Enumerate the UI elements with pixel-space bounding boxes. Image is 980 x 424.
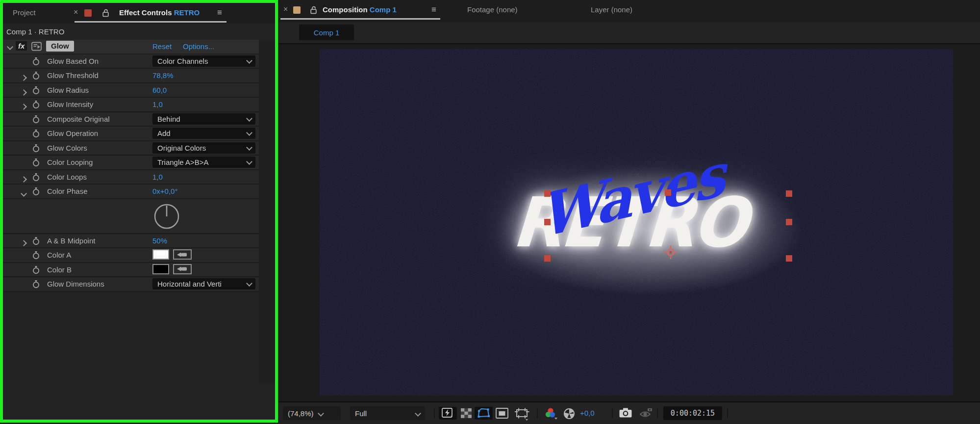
region-of-interest-button[interactable]: [514, 407, 530, 423]
tab-footage[interactable]: Footage (none): [467, 5, 518, 14]
selection-handle[interactable]: [544, 219, 551, 225]
dropdown-select[interactable]: Add: [152, 128, 255, 139]
reset-exposure-icon[interactable]: [563, 407, 576, 422]
zoom-level-dropdown[interactable]: (74,8%): [283, 406, 341, 420]
selection-handle[interactable]: [786, 255, 792, 262]
stopwatch-icon[interactable]: [32, 115, 40, 125]
property-label: A & B Midpoint: [47, 237, 95, 245]
stopwatch-icon[interactable]: [32, 158, 40, 168]
number-value[interactable]: 0x+0,0°: [152, 187, 177, 195]
effect-expander-icon[interactable]: [7, 44, 13, 50]
number-value[interactable]: 1,0: [152, 100, 163, 108]
angle-dial[interactable]: [152, 202, 181, 232]
options-button[interactable]: Options...: [183, 42, 214, 51]
stopwatch-icon[interactable]: [32, 144, 40, 154]
expander-icon[interactable]: [22, 175, 26, 183]
property-label: Glow Intensity: [47, 100, 93, 108]
property-row: Composite Original Behind: [3, 112, 259, 127]
eyedropper-button[interactable]: [173, 249, 192, 260]
selection-handle[interactable]: [544, 190, 551, 197]
viewer-toolbar: (74,8%) Full: [278, 401, 980, 424]
lock-icon[interactable]: [310, 6, 317, 16]
stopwatch-icon[interactable]: [32, 265, 40, 276]
close-icon[interactable]: ×: [283, 5, 288, 14]
show-snapshot-icon[interactable]: [639, 407, 653, 421]
dropdown-select[interactable]: Original Colors: [152, 142, 255, 154]
color-swatch[interactable]: [152, 249, 169, 260]
snapshot-camera-icon[interactable]: [619, 407, 632, 420]
viewer-pasteboard: RETRO Waves: [278, 44, 980, 401]
dropdown-select[interactable]: Triangle A>B>A: [152, 157, 255, 168]
tab-project[interactable]: Project: [13, 8, 36, 17]
panel-menu-icon[interactable]: ≡: [217, 8, 222, 18]
property-label: Glow Operation: [47, 129, 98, 137]
color-controls: [152, 249, 192, 260]
dropdown-select[interactable]: Behind: [152, 113, 255, 125]
transparency-grid-button[interactable]: [460, 407, 473, 421]
exposure-value[interactable]: +0,0: [580, 409, 595, 417]
expander-icon[interactable]: [22, 238, 26, 247]
composition-viewport[interactable]: RETRO Waves: [320, 49, 953, 396]
selection-handle[interactable]: [544, 255, 551, 262]
dropdown-select[interactable]: Horizontal and Verti: [152, 278, 255, 290]
dropdown-select[interactable]: Color Channels: [152, 55, 255, 67]
stopwatch-icon[interactable]: [32, 57, 40, 67]
tab-composition[interactable]: Composition Comp 1: [323, 5, 397, 14]
number-value[interactable]: 78,8%: [152, 71, 174, 80]
property-row: Color B: [3, 263, 259, 278]
resolution-dropdown[interactable]: Full: [350, 406, 425, 420]
composition-panel: × Composition Comp 1 ≡ Footage (none) La…: [278, 0, 980, 424]
close-icon[interactable]: ×: [74, 8, 78, 17]
toolbar-separator: [612, 408, 613, 418]
number-value[interactable]: 50%: [152, 237, 167, 245]
panel-group-chip[interactable]: [293, 6, 301, 14]
effect-controls-panel: Project × Effect Controls RETRO ≡ Comp 1…: [0, 0, 278, 423]
stopwatch-icon[interactable]: [32, 129, 40, 139]
after-effects-window: Project × Effect Controls RETRO ≡ Comp 1…: [0, 0, 980, 424]
timecode-display[interactable]: 0:00:02:15: [663, 406, 722, 420]
selection-handle[interactable]: [786, 190, 792, 197]
selection-handle[interactable]: [786, 219, 792, 225]
stopwatch-icon[interactable]: [32, 71, 40, 81]
tab-effect-controls[interactable]: Effect Controls RETRO: [119, 8, 200, 17]
property-label: Glow Threshold: [47, 71, 99, 80]
property-label: Color B: [47, 265, 72, 274]
stopwatch-icon[interactable]: [32, 173, 40, 183]
show-channel-button[interactable]: [544, 407, 559, 423]
tab-layer[interactable]: Layer (none): [591, 5, 632, 14]
lock-icon[interactable]: [102, 9, 109, 19]
property-row: Color A: [3, 248, 259, 263]
property-row: Glow Dimensions Horizontal and Verti: [3, 277, 259, 292]
fast-previews-button[interactable]: [439, 407, 457, 420]
stopwatch-icon[interactable]: [32, 251, 40, 261]
property-label: Glow Radius: [47, 86, 89, 94]
fx-badge-icon: fx: [16, 41, 27, 51]
anchor-point-icon[interactable]: [663, 244, 678, 262]
color-swatch[interactable]: [152, 264, 169, 274]
mask-roi-button[interactable]: [475, 407, 493, 420]
expander-icon[interactable]: [22, 102, 26, 110]
stopwatch-icon[interactable]: [32, 187, 40, 197]
number-value[interactable]: 60,0: [152, 86, 167, 94]
expander-icon[interactable]: [22, 88, 26, 96]
mask-toggle-button[interactable]: [495, 407, 509, 421]
viewer-tab-comp1[interactable]: Comp 1: [299, 25, 354, 40]
panel-scroll-gutter[interactable]: [259, 40, 275, 383]
effect-icon: [31, 42, 42, 53]
expander-icon[interactable]: [22, 73, 26, 81]
eyedropper-button[interactable]: [173, 264, 192, 274]
panel-menu-icon[interactable]: ≡: [431, 5, 436, 15]
effect-name-chip[interactable]: Glow: [46, 41, 74, 52]
panel-group-chip[interactable]: [84, 9, 92, 17]
selection-handle[interactable]: [665, 189, 671, 196]
property-row: Glow Colors Original Colors: [3, 141, 259, 156]
property-label: Color Looping: [47, 158, 93, 166]
stopwatch-icon[interactable]: [32, 280, 40, 290]
number-value[interactable]: 1,0: [152, 173, 163, 181]
reset-button[interactable]: Reset: [152, 42, 172, 51]
stopwatch-icon[interactable]: [32, 100, 40, 110]
stopwatch-icon[interactable]: [32, 237, 40, 247]
viewer-tab-strip: Comp 1: [278, 23, 980, 43]
stopwatch-icon[interactable]: [32, 86, 40, 96]
expander-icon[interactable]: [22, 189, 26, 197]
